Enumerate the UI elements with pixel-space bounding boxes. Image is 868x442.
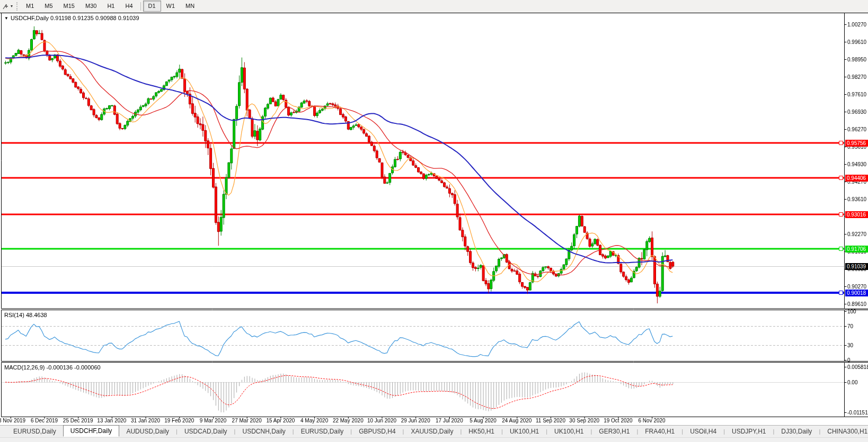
bottom-tab-uk100[interactable]: UK100,H1 bbox=[547, 426, 590, 437]
timeframe-button-m30[interactable]: M30 bbox=[80, 1, 102, 12]
chart-tab-bar: EURUSD,DailyUSDCHF,DailyAUDUSD,Daily|USD… bbox=[0, 425, 868, 437]
bottom-tab-eurusd[interactable]: EURUSD,Daily bbox=[294, 426, 351, 437]
timeframe-button-m5[interactable]: M5 bbox=[39, 1, 58, 12]
bottom-tab-usoil[interactable]: USOil,H4 bbox=[683, 426, 723, 437]
timeframe-button-mn[interactable]: MN bbox=[180, 1, 200, 12]
bottom-tab-fra40[interactable]: FRA40,H1 bbox=[638, 426, 681, 437]
bottom-tab-eurusd[interactable]: EURUSD,Daily bbox=[6, 426, 63, 437]
bottom-tab-uk100[interactable]: UK100,H1 bbox=[503, 426, 546, 437]
bottom-tab-dj30[interactable]: DJ30,Daily bbox=[774, 426, 819, 437]
timeframe-button-h1[interactable]: H1 bbox=[102, 1, 120, 12]
bottom-tab-usdcnh[interactable]: USDCNH,Daily bbox=[235, 426, 292, 437]
bottom-strip bbox=[0, 437, 868, 442]
bottom-tab-usdjpy[interactable]: USDJPY,H1 bbox=[725, 426, 773, 437]
bottom-tab-audusd[interactable]: AUDUSD,Daily bbox=[119, 426, 176, 437]
top-toolbar: ▾ M1M5M15M30H1H4D1W1MN bbox=[0, 0, 868, 13]
bottom-tab-gbpusd[interactable]: GBPUSD,H4 bbox=[352, 426, 402, 437]
bottom-tab-china300[interactable]: CHINA300,H1 bbox=[820, 426, 868, 437]
crosshair-cursor-icon[interactable] bbox=[1, 2, 11, 11]
timeframe-button-h4[interactable]: H4 bbox=[120, 1, 138, 12]
timeframe-button-d1[interactable]: D1 bbox=[143, 1, 161, 12]
timeframe-button-m1[interactable]: M1 bbox=[21, 1, 39, 12]
bottom-tab-xauusd[interactable]: XAUUSD,Daily bbox=[404, 426, 460, 437]
timeframe-button-w1[interactable]: W1 bbox=[161, 1, 181, 12]
toolbar-separator bbox=[140, 2, 141, 11]
bottom-tab-usdcad[interactable]: USDCAD,Daily bbox=[178, 426, 234, 437]
chevron-down-icon[interactable]: ▾ bbox=[11, 4, 13, 8]
timeframe-buttons: M1M5M15M30H1H4D1W1MN bbox=[21, 1, 200, 12]
bottom-tab-ger30[interactable]: GER30,H1 bbox=[592, 426, 636, 437]
chart-canvas[interactable] bbox=[0, 0, 868, 442]
bottom-tab-usdchf[interactable]: USDCHF,Daily bbox=[63, 425, 120, 437]
toolbar-grip[interactable] bbox=[16, 2, 17, 11]
bottom-tab-hk50[interactable]: HK50,H1 bbox=[462, 426, 501, 437]
timeframe-button-m15[interactable]: M15 bbox=[58, 1, 80, 12]
